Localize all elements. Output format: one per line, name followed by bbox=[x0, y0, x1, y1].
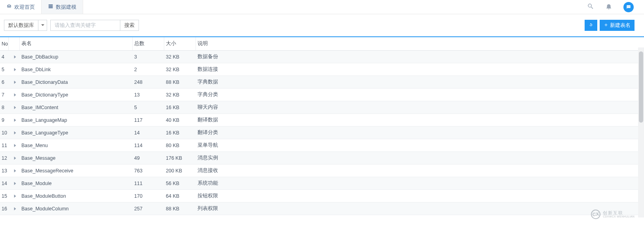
database-select[interactable]: 默认数据库 bbox=[4, 20, 47, 31]
table-row[interactable]: 6Base_DictionaryData24888 KB字典数据 bbox=[0, 76, 644, 89]
table-row[interactable]: 16Base_ModuleColumn25788 KB列表权限 bbox=[0, 202, 644, 215]
cell-no: 5 bbox=[0, 67, 9, 72]
cell-total: 49 bbox=[133, 155, 164, 161]
data-table: No 表名 总数 大小 说明 4Base_DbBackup332 KB数据备份5… bbox=[0, 37, 644, 215]
cell-no: 7 bbox=[0, 92, 9, 98]
cell-total: 114 bbox=[133, 143, 164, 148]
cell-name: Base_DictionaryType bbox=[20, 92, 133, 98]
cell-total: 5 bbox=[133, 105, 164, 110]
cell-desc: 数据连接 bbox=[196, 66, 644, 73]
cell-size: 32 KB bbox=[164, 67, 196, 72]
cell-name: Base_Menu bbox=[20, 143, 133, 148]
expand-row-icon[interactable] bbox=[9, 157, 20, 160]
search-input[interactable] bbox=[51, 20, 120, 30]
cell-size: 88 KB bbox=[164, 79, 196, 85]
cell-no: 9 bbox=[0, 117, 9, 123]
table-row[interactable]: 15Base_ModuleButton17064 KB按钮权限 bbox=[0, 190, 644, 202]
table-row[interactable]: 11Base_Menu11480 KB菜单导航 bbox=[0, 139, 644, 152]
cell-no: 4 bbox=[0, 54, 9, 60]
table-row[interactable]: 10Base_LanguageType1416 KB翻译分类 bbox=[0, 127, 644, 139]
table-row[interactable]: 4Base_DbBackup332 KB数据备份 bbox=[0, 51, 644, 63]
cell-name: Base_Module bbox=[20, 181, 133, 186]
tab-welcome[interactable]: 欢迎首页 bbox=[0, 0, 42, 14]
cell-size: 64 KB bbox=[164, 193, 196, 199]
table-row[interactable]: 14Base_Module11156 KB系统功能 bbox=[0, 177, 644, 190]
table-row[interactable]: 12Base_Message49176 KB消息实例 bbox=[0, 152, 644, 164]
cell-size: 32 KB bbox=[164, 54, 196, 60]
search-group: 搜索 bbox=[50, 20, 139, 31]
expand-row-icon[interactable] bbox=[9, 55, 20, 59]
plus-icon bbox=[604, 23, 608, 28]
cell-name: Base_Message bbox=[20, 155, 133, 161]
table-row[interactable]: 5Base_DbLink232 KB数据连接 bbox=[0, 63, 644, 76]
search-icon[interactable] bbox=[587, 3, 594, 11]
expand-row-icon[interactable] bbox=[9, 106, 20, 109]
expand-row-icon[interactable] bbox=[9, 93, 20, 96]
cell-no: 11 bbox=[0, 143, 9, 148]
expand-row-icon[interactable] bbox=[9, 81, 20, 84]
col-size: 大小 bbox=[164, 37, 196, 50]
cell-desc: 字典数据 bbox=[196, 79, 644, 85]
expand-row-icon[interactable] bbox=[9, 207, 20, 210]
cell-no: 12 bbox=[0, 155, 9, 161]
search-button[interactable]: 搜索 bbox=[120, 20, 139, 30]
cell-name: Base_DbLink bbox=[20, 67, 133, 72]
toolbar: 默认数据库 搜索 新建表名 bbox=[0, 14, 644, 37]
cell-no: 16 bbox=[0, 206, 9, 212]
cell-size: 56 KB bbox=[164, 181, 196, 186]
chat-icon[interactable] bbox=[623, 2, 634, 12]
cell-desc: 翻译数据 bbox=[196, 117, 644, 123]
table-row[interactable]: 7Base_DictionaryType1332 KB字典分类 bbox=[0, 89, 644, 101]
cell-name: Base_ModuleColumn bbox=[20, 206, 133, 212]
expand-row-icon[interactable] bbox=[9, 195, 20, 198]
table-icon bbox=[48, 4, 53, 10]
cell-desc: 列表权限 bbox=[196, 205, 644, 212]
chevron-down-icon[interactable] bbox=[38, 20, 47, 30]
expand-row-icon[interactable] bbox=[9, 169, 20, 172]
expand-row-icon[interactable] bbox=[9, 68, 20, 71]
tab-data-model[interactable]: 数据建模 bbox=[42, 0, 83, 14]
cell-total: 111 bbox=[133, 181, 164, 186]
bell-icon[interactable] bbox=[605, 3, 612, 11]
cell-no: 15 bbox=[0, 193, 9, 199]
cell-name: Base_MessageReceive bbox=[20, 168, 133, 174]
col-name: 表名 bbox=[20, 37, 133, 50]
expand-row-icon[interactable] bbox=[9, 119, 20, 122]
cell-no: 10 bbox=[0, 130, 9, 136]
new-table-label: 新建表名 bbox=[610, 22, 631, 29]
table-row[interactable]: 13Base_MessageReceive763200 KB消息接收 bbox=[0, 164, 644, 177]
svg-point-2 bbox=[629, 6, 630, 7]
cell-size: 80 KB bbox=[164, 143, 196, 148]
cell-no: 13 bbox=[0, 168, 9, 174]
expand-row-icon[interactable] bbox=[9, 182, 20, 185]
cell-total: 117 bbox=[133, 117, 164, 123]
cell-size: 32 KB bbox=[164, 92, 196, 98]
tab-label: 数据建模 bbox=[56, 4, 76, 11]
svg-point-0 bbox=[627, 6, 628, 7]
scroll-thumb[interactable] bbox=[639, 51, 643, 123]
expand-row-icon[interactable] bbox=[9, 144, 20, 147]
cell-desc: 字典分类 bbox=[196, 91, 644, 98]
table-row[interactable]: 9Base_LanguageMap11740 KB翻译数据 bbox=[0, 114, 644, 127]
new-table-button[interactable]: 新建表名 bbox=[600, 20, 635, 31]
cell-total: 248 bbox=[133, 79, 164, 85]
cell-desc: 系统功能 bbox=[196, 180, 644, 187]
vertical-scrollbar[interactable] bbox=[638, 47, 644, 217]
cell-total: 257 bbox=[133, 206, 164, 212]
top-tab-bar: 欢迎首页 数据建模 bbox=[0, 0, 644, 14]
cell-total: 2 bbox=[133, 67, 164, 72]
cell-name: Base_IMContent bbox=[20, 105, 133, 110]
svg-point-1 bbox=[628, 6, 629, 7]
expand-row-icon[interactable] bbox=[9, 131, 20, 134]
table-row[interactable]: 8Base_IMContent516 KB聊天内容 bbox=[0, 101, 644, 114]
col-no: No bbox=[0, 37, 9, 50]
cell-desc: 菜单导航 bbox=[196, 142, 644, 149]
col-expand bbox=[9, 37, 20, 50]
cell-name: Base_DictionaryData bbox=[20, 79, 133, 85]
refresh-button[interactable] bbox=[585, 20, 597, 31]
cell-size: 16 KB bbox=[164, 130, 196, 136]
dashboard-icon bbox=[6, 4, 12, 10]
cell-desc: 聊天内容 bbox=[196, 104, 644, 111]
cell-size: 16 KB bbox=[164, 105, 196, 110]
cell-size: 200 KB bbox=[164, 168, 196, 174]
